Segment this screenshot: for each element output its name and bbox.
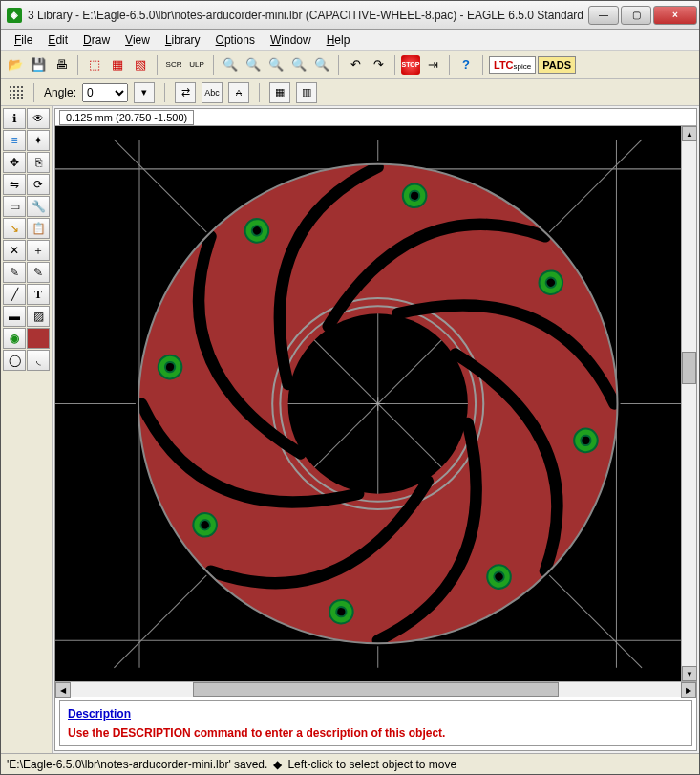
canvas-svg	[55, 126, 681, 681]
zoom-redraw-icon[interactable]: 🔍	[288, 54, 309, 75]
arc-tool-icon[interactable]: ◟	[27, 350, 50, 371]
zoom-out-icon[interactable]: 🔍	[220, 54, 241, 75]
abc-off-icon[interactable]: A	[228, 82, 249, 103]
zoom-in-icon[interactable]: 🔍	[243, 54, 264, 75]
add-tool-icon[interactable]: ＋	[27, 240, 50, 261]
app-icon: ◈	[7, 8, 22, 23]
scroll-right-icon[interactable]: ▶	[681, 682, 696, 698]
spin-down[interactable]: ▾	[134, 82, 155, 103]
horizontal-scrollbar[interactable]: ◀ ▶	[55, 681, 696, 697]
layout2-icon[interactable]: ▥	[296, 82, 317, 103]
value-tool-icon[interactable]: ✎	[27, 262, 50, 283]
status-hint: Left-click to select object to move	[287, 758, 456, 771]
app-window: ◈ 3 Library - E:\Eagle-6.5.0\lbr\notes-a…	[0, 0, 700, 775]
menubar: File Edit Draw View Library Options Wind…	[1, 30, 699, 51]
scroll-left-icon[interactable]: ◀	[55, 682, 71, 698]
stop-icon[interactable]: STOP	[401, 55, 420, 75]
sheet-icon[interactable]: ▧	[130, 54, 151, 75]
work-area: ℹ👁 ≡✦ ✥⎘ ⇋⟳ ▭🔧 ↘📋 ✕＋ ✎✎ ╱T ▬▨ ◉ ◯◟ 0.125…	[1, 106, 699, 753]
minimize-button[interactable]: —	[588, 6, 619, 25]
change-tool-icon[interactable]: 🔧	[27, 196, 50, 217]
help-icon[interactable]: ?	[456, 54, 477, 75]
scroll-up-icon[interactable]: ▲	[682, 126, 697, 141]
via-tool-icon[interactable]: ◉	[3, 328, 26, 349]
drawing-canvas[interactable]	[55, 126, 681, 681]
circle-tool-icon[interactable]: ◯	[3, 350, 26, 371]
poly-tool-icon[interactable]: ▨	[27, 306, 50, 327]
menu-draw[interactable]: Draw	[75, 32, 117, 49]
menu-options[interactable]: Options	[208, 32, 263, 49]
open-icon[interactable]: 📂	[5, 54, 26, 75]
rect-tool-icon[interactable]: ▬	[3, 306, 26, 327]
ulp-icon[interactable]: ULP	[186, 54, 207, 75]
undo-icon[interactable]: ↶	[345, 54, 366, 75]
cut-tool-icon[interactable]: ↘	[3, 218, 26, 239]
close-button[interactable]: ×	[653, 6, 697, 25]
print-icon[interactable]: 🖶	[51, 54, 72, 75]
coord-bar: 0.125 mm (20.750 -1.500)	[55, 109, 696, 126]
vscroll-track[interactable]	[682, 141, 696, 666]
separator	[449, 55, 450, 75]
ltc-spice-button[interactable]: LTCspice	[489, 56, 536, 74]
separator	[164, 83, 165, 102]
grid-icon[interactable]	[9, 85, 24, 100]
show-tool-icon[interactable]: 👁	[27, 108, 50, 129]
board-icon[interactable]: ▦	[107, 54, 128, 75]
name-tool-icon[interactable]: ✎	[3, 262, 26, 283]
rotate-tool-icon[interactable]: ⟳	[27, 174, 50, 195]
save-icon[interactable]: 💾	[28, 54, 49, 75]
scroll-down-icon[interactable]: ▼	[682, 666, 697, 681]
go-icon[interactable]: ⇥	[422, 54, 443, 75]
copy-tool-icon[interactable]: ⎘	[27, 152, 50, 173]
main-toolbar: 📂 💾 🖶 ⬚ ▦ ▧ SCR ULP 🔍 🔍 🔍 🔍 🔍 ↶ ↷ STOP ⇥…	[1, 51, 699, 79]
pads-button[interactable]: PADS	[538, 56, 576, 74]
info-tool-icon[interactable]: ℹ	[3, 108, 26, 129]
zoom-select-icon[interactable]: 🔍	[311, 54, 332, 75]
separator	[259, 83, 260, 102]
coord-readout: 0.125 mm (20.750 -1.500)	[59, 110, 194, 125]
move-tool-icon[interactable]: ✥	[3, 152, 26, 173]
abc-icon[interactable]: Abc	[202, 82, 223, 103]
hscroll-thumb[interactable]	[193, 682, 559, 697]
angle-label: Angle:	[44, 86, 76, 99]
vscroll-thumb[interactable]	[682, 352, 696, 384]
description-body: Use the DESCRIPTION command to enter a d…	[68, 726, 684, 740]
layout1-icon[interactable]: ▦	[269, 82, 290, 103]
group-tool-icon[interactable]: ▭	[3, 196, 26, 217]
svg-point-29	[164, 361, 176, 373]
description-heading[interactable]: Description	[68, 707, 684, 721]
vertical-scrollbar[interactable]: ▲ ▼	[681, 126, 696, 681]
separator	[157, 55, 158, 75]
titlebar: ◈ 3 Library - E:\Eagle-6.5.0\lbr\notes-a…	[1, 1, 699, 30]
cam-icon[interactable]: ⬚	[84, 54, 105, 75]
hscroll-track[interactable]	[71, 682, 681, 697]
redo-icon[interactable]: ↷	[368, 54, 389, 75]
menu-window[interactable]: Window	[263, 32, 319, 49]
angle-select[interactable]: 0	[82, 83, 128, 102]
menu-library[interactable]: Library	[158, 32, 208, 49]
text-tool-icon[interactable]: T	[27, 284, 50, 305]
separator	[213, 55, 214, 75]
menu-edit[interactable]: Edit	[40, 32, 75, 49]
wire-tool-icon[interactable]: ╱	[3, 284, 26, 305]
mirror-icon[interactable]: ⇄	[175, 82, 196, 103]
pad-tool-icon[interactable]	[27, 328, 50, 349]
maximize-button[interactable]: ▢	[621, 6, 651, 25]
mark-tool-icon[interactable]: ✦	[27, 130, 50, 151]
svg-point-25	[335, 606, 347, 617]
separator	[482, 55, 483, 75]
zoom-fit-icon[interactable]: 🔍	[265, 54, 286, 75]
params-toolbar: Angle: 0 ▾ ⇄ Abc A ▦ ▥	[1, 79, 699, 106]
capacitive-wheel	[138, 164, 617, 643]
delete-tool-icon[interactable]: ✕	[3, 240, 26, 261]
paste-tool-icon[interactable]: 📋	[27, 218, 50, 239]
statusbar: 'E:\Eagle-6.5.0\lbr\notes-arducorder-min…	[1, 753, 699, 774]
tool-palette: ℹ👁 ≡✦ ✥⎘ ⇋⟳ ▭🔧 ↘📋 ✕＋ ✎✎ ╱T ▬▨ ◉ ◯◟	[1, 106, 53, 753]
menu-view[interactable]: View	[117, 32, 158, 49]
editor-panel: 0.125 mm (20.750 -1.500)	[54, 108, 697, 751]
menu-file[interactable]: File	[7, 32, 40, 49]
menu-help[interactable]: Help	[319, 32, 358, 49]
layers-tool-icon[interactable]: ≡	[3, 130, 26, 151]
mirror-tool-icon[interactable]: ⇋	[3, 174, 26, 195]
scr-icon[interactable]: SCR	[163, 54, 184, 75]
